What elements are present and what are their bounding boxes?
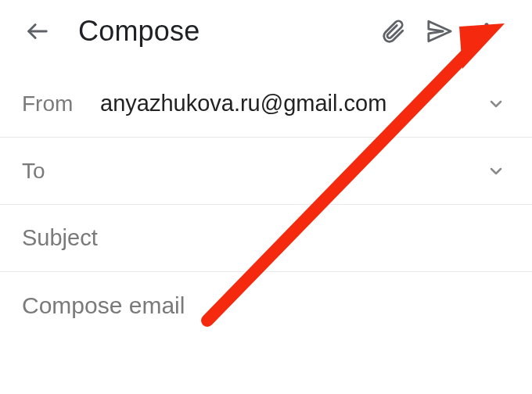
svg-marker-1 <box>429 21 451 41</box>
chevron-down-icon[interactable] <box>482 90 510 118</box>
to-label: To <box>22 159 100 184</box>
body-area[interactable]: Compose email <box>0 272 532 339</box>
chevron-down-icon[interactable] <box>482 157 510 185</box>
body-input[interactable]: Compose email <box>22 292 510 319</box>
svg-point-4 <box>484 36 488 40</box>
subject-input[interactable]: Subject <box>22 225 510 251</box>
svg-point-2 <box>484 23 488 27</box>
attach-icon[interactable] <box>369 14 416 48</box>
page-title: Compose <box>78 15 200 48</box>
send-icon[interactable] <box>416 14 463 48</box>
subject-row[interactable]: Subject <box>0 205 532 272</box>
more-menu-icon[interactable] <box>463 14 510 48</box>
svg-point-3 <box>484 29 488 33</box>
back-icon[interactable] <box>22 16 53 47</box>
from-value: anyazhukova.ru@gmail.com <box>100 91 482 116</box>
from-label: From <box>22 91 100 116</box>
from-row[interactable]: From anyazhukova.ru@gmail.com <box>0 70 532 138</box>
to-row[interactable]: To <box>0 138 532 205</box>
top-bar: Compose <box>0 0 532 70</box>
